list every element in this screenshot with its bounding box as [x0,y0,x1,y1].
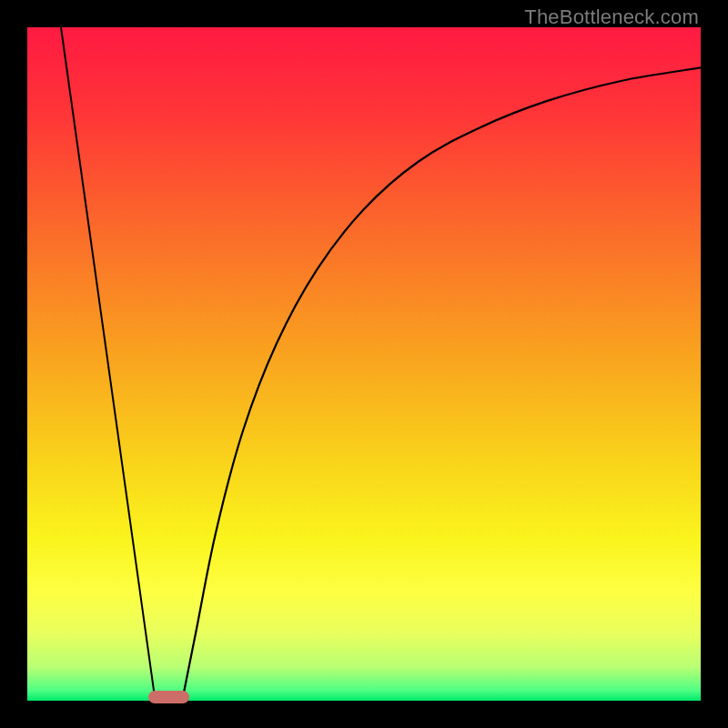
chart-frame: TheBottleneck.com [0,0,728,728]
right-curve-line [182,67,701,701]
curves-layer [27,27,701,701]
left-slope-line [61,27,156,701]
bottom-marker [148,691,188,703]
plot-area [27,27,701,701]
watermark-text: TheBottleneck.com [524,5,699,29]
